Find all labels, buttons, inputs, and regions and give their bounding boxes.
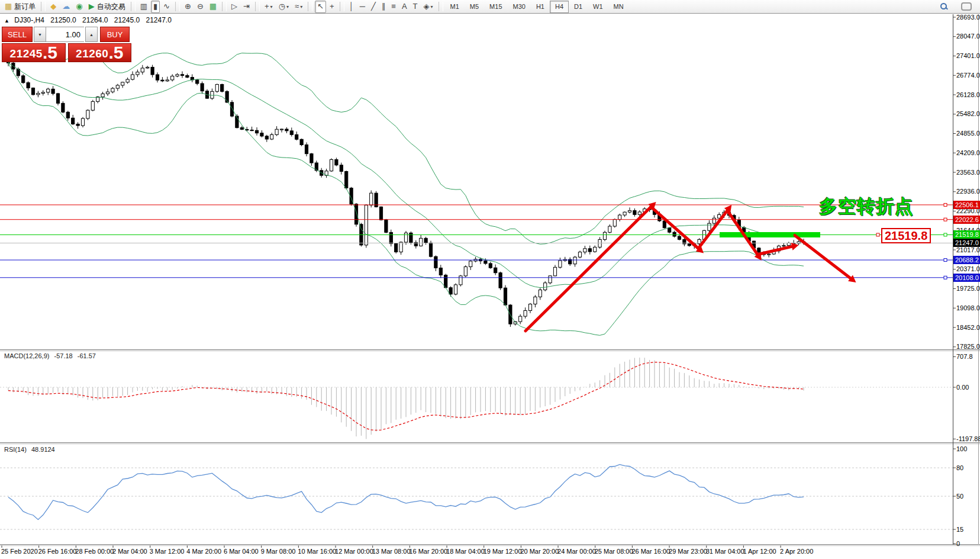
time-tick-label: 25 Mar 08:00 (595, 548, 633, 555)
tile-windows-icon[interactable]: ▦ (207, 1, 219, 13)
volume-down-button[interactable]: ▼ (34, 27, 46, 42)
timeframe-h4[interactable]: H4 (550, 1, 569, 13)
macd-tick-label: 0.00 (956, 384, 969, 391)
trendline-icon: ╱ (371, 2, 376, 11)
line-chart-icon[interactable]: ∿ (161, 1, 172, 13)
new-chart-button[interactable]: +▾ (262, 1, 275, 13)
toolbar-separator (439, 2, 443, 11)
time-tick-label: 6 Mar 04:00 (224, 548, 259, 555)
time-tick-label: 4 Mar 20:00 (186, 548, 221, 555)
macd-indicator-label: MACD(12,26,9) -57.18 -61.57 (4, 352, 99, 359)
sell-price[interactable]: 21245 .5 (2, 43, 66, 62)
time-tick-label: 29 Mar 23:00 (669, 548, 707, 555)
auto-trading-button[interactable]: ▶自动交易 (86, 1, 128, 13)
rsi-tick-label: 15 (956, 526, 963, 533)
time-tick-label: 2 Apr 20:00 (780, 548, 813, 555)
zoom-out-icon: ⊖ (197, 2, 204, 11)
community-icon: ☁ (62, 2, 70, 11)
ohlc-high: 21264.0 (82, 16, 108, 24)
horizontal-line-icon[interactable]: ─ (357, 1, 368, 13)
price-tick-label: 18452.0 (956, 324, 980, 331)
sell-button[interactable]: SELL (2, 27, 33, 42)
vertical-line-icon[interactable]: │ (347, 1, 356, 13)
cursor-icon[interactable]: ↖ (315, 1, 326, 13)
cursor-icon: ↖ (317, 2, 324, 11)
time-tick-label: 13 Mar 08:00 (372, 548, 411, 555)
chart-shift-icon[interactable]: ⇥ (241, 1, 252, 13)
toolbar-separator (222, 2, 227, 11)
chart-canvas[interactable] (0, 14, 953, 545)
buy-button[interactable]: BUY (100, 27, 130, 42)
timeframe-m5[interactable]: M5 (465, 1, 484, 13)
price-tick-label: 17825.0 (956, 343, 980, 350)
text-icon[interactable]: A (399, 1, 410, 13)
mt4-window: ▦新订单◆☁◉▶自动交易▥▮∿⊕⊖▦▷⇥+▾◷▾≈▾↖+│─╱∥≡AT◈▾M1M… (0, 0, 980, 559)
crosshair-icon[interactable]: + (327, 1, 337, 13)
auto-scroll-icon[interactable]: ▷ (229, 1, 240, 13)
timeframe-m15[interactable]: M15 (484, 1, 507, 13)
buy-price[interactable]: 21260 .5 (68, 43, 132, 62)
auto-trading-button-label: 自动交易 (97, 2, 125, 12)
time-tick-label: 26 Mar 16:00 (631, 548, 670, 555)
price-tick-label: 24855.0 (956, 130, 980, 137)
price-marker-label: 20688.2 (953, 256, 980, 264)
channel-icon[interactable]: ∥ (379, 1, 388, 13)
trendline-icon[interactable]: ╱ (369, 1, 378, 13)
price-tick-label: 19725.0 (956, 285, 980, 292)
time-tick-label: 3 Mar 12:00 (150, 548, 185, 555)
symbol-dropdown-marker[interactable]: ▲ (4, 18, 9, 24)
price-callout[interactable]: 21519.8 (881, 228, 931, 243)
new-order-button[interactable]: ▦新订单 (2, 1, 38, 13)
new-order-icon: ▦ (5, 2, 12, 11)
auto-trading-icon: ▶ (89, 2, 95, 11)
volume-input[interactable] (46, 27, 84, 42)
timeframe-w1[interactable]: W1 (588, 1, 608, 13)
search-button[interactable] (934, 1, 954, 13)
price-tick-label: 22936.0 (956, 188, 980, 195)
new-chart-icon: + (265, 2, 269, 11)
deposit-icon[interactable]: ◆ (48, 1, 59, 13)
arrows-button[interactable]: ◈▾ (421, 1, 436, 13)
price-marker-label: 21247.0 (953, 239, 980, 247)
zoom-out-icon[interactable]: ⊖ (195, 1, 206, 13)
rsi-tick-label: 0 (956, 540, 960, 547)
indicators-button[interactable]: ≈▾ (292, 1, 305, 13)
text-label-icon[interactable]: T (411, 1, 420, 13)
signals-icon: ◉ (76, 2, 82, 11)
price-tick-label: 20371.0 (956, 265, 980, 272)
toolbar: ▦新订单◆☁◉▶自动交易▥▮∿⊕⊖▦▷⇥+▾◷▾≈▾↖+│─╱∥≡AT◈▾M1M… (0, 0, 980, 14)
price-marker-label: 22022.6 (953, 216, 980, 224)
bar-chart-icon[interactable]: ▥ (138, 1, 150, 13)
fibonacci-icon[interactable]: ≡ (389, 1, 398, 13)
macd-name: MACD(12,26,9) (4, 352, 49, 359)
macd-value: -57.18 (54, 352, 72, 359)
zoom-in-icon[interactable]: ⊕ (182, 1, 194, 13)
chart-shift-icon: ⇥ (243, 2, 250, 11)
rsi-name: RSI(14) (4, 446, 27, 453)
chat-button[interactable] (955, 1, 978, 13)
price-tick-label: 23563.0 (956, 169, 980, 176)
symbol-period: DJ30-,H4 (14, 16, 44, 24)
timeframe-d1[interactable]: D1 (569, 1, 588, 13)
horizontal-line-icon: ─ (360, 2, 365, 11)
dropdown-caret-icon: ▾ (270, 4, 273, 9)
toolbar-separator (41, 2, 46, 11)
toolbar-separator (255, 2, 260, 11)
signals-icon[interactable]: ◉ (73, 1, 85, 13)
time-tick-label: 19 Mar 12:00 (483, 548, 522, 555)
candlestick-chart-icon[interactable]: ▮ (151, 1, 160, 13)
time-tick-label: 20 Mar 20:00 (520, 548, 559, 555)
timeframe-h1[interactable]: H1 (531, 1, 550, 13)
ohlc-open: 21250.0 (50, 16, 76, 24)
community-icon[interactable]: ☁ (60, 1, 72, 13)
timeframe-mn[interactable]: MN (608, 1, 629, 13)
period-button[interactable]: ◷▾ (276, 1, 291, 13)
indicators-icon: ≈ (295, 2, 299, 11)
timeframe-m30[interactable]: M30 (508, 1, 531, 13)
volume-up-button[interactable]: ▲ (85, 27, 98, 42)
rsi-tick-label: 80 (956, 464, 963, 471)
price-marker-label: 22506.1 (953, 201, 980, 209)
period-icon: ◷ (279, 2, 285, 11)
sell-price-frac: .5 (43, 45, 57, 60)
timeframe-m1[interactable]: M1 (445, 1, 465, 13)
